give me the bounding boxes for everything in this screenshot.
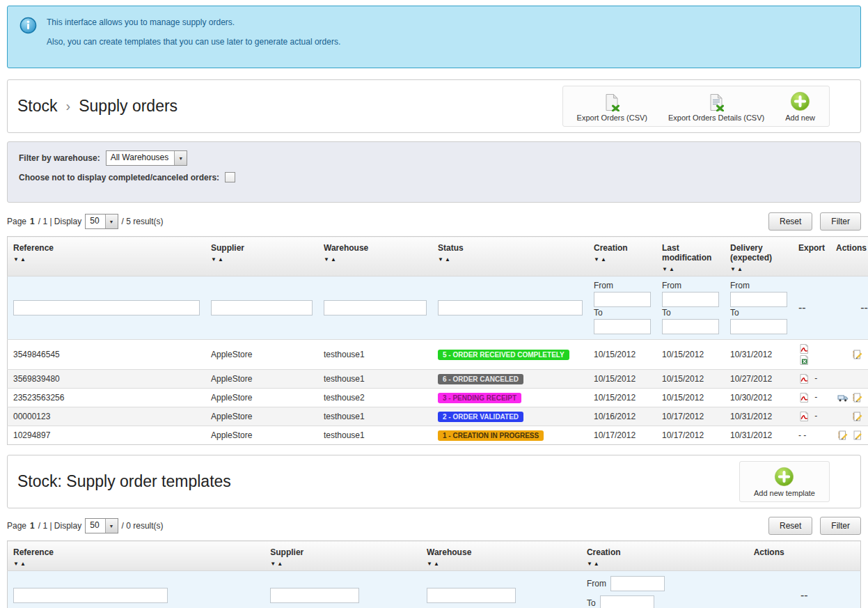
change-state-icon[interactable]	[852, 411, 863, 422]
breadcrumb: Stock › Supply orders	[17, 97, 177, 116]
export-csv-icon	[603, 93, 621, 111]
hide-completed-checkbox[interactable]	[225, 172, 235, 182]
orders-filter-row: From To From To From To --	[8, 276, 868, 340]
templates-table: Reference ▼▲ Supplier ▼▲ Warehouse ▼▲ Cr…	[7, 540, 861, 608]
supply-orders-table: Reference ▼▲ Supplier ▼▲ Warehouse ▼▲ St…	[7, 236, 868, 445]
col-export: Export	[793, 237, 830, 276]
table-row: 10294897 AppleStore testhouse1 1 - CREAT…	[8, 426, 868, 445]
sort-reference[interactable]: ▼▲	[13, 256, 200, 263]
sort-delivery[interactable]: ▼▲	[730, 266, 787, 272]
orders-pagination: Page 1 / 1 | Display 50 ▼ / 5 result(s) …	[7, 212, 861, 231]
info-line-2: Also, you can create templates that you …	[47, 37, 849, 47]
sort-reference[interactable]: ▼▲	[13, 561, 259, 567]
edit-pencil-icon[interactable]	[852, 430, 863, 441]
reference-cell: 3549846545	[8, 340, 206, 370]
col-reference: Reference ▼▲	[8, 237, 206, 276]
export-orders-details-csv-label: Export Orders Details (CSV)	[668, 114, 764, 122]
change-state-icon[interactable]	[852, 349, 863, 360]
template-creation-to-input[interactable]	[600, 595, 654, 608]
reference-cell: 00000123	[8, 407, 206, 426]
status-filter-input[interactable]	[438, 300, 583, 315]
supplier-filter-input[interactable]	[211, 300, 313, 315]
page-of-display-label: / 1 | Display	[38, 217, 81, 226]
table-row: 3569839480 AppleStore testhouse1 6 - ORD…	[8, 370, 868, 389]
export-orders-details-csv-button[interactable]: Export Orders Details (CSV)	[668, 93, 764, 122]
template-creation-from-input[interactable]	[610, 576, 665, 591]
export-orders-csv-label: Export Orders (CSV)	[577, 114, 647, 122]
creation-from-input[interactable]	[594, 292, 651, 307]
col-last-modification: Last modification ▼▲	[656, 237, 725, 276]
lastmod-to-input[interactable]	[662, 319, 719, 334]
lastmod-from-input[interactable]	[662, 292, 719, 307]
sort-warehouse[interactable]: ▼▲	[427, 561, 576, 567]
templates-toolbar: Add new template	[739, 461, 830, 502]
col-warehouse: Warehouse ▼▲	[421, 541, 581, 571]
col-warehouse: Warehouse ▼▲	[318, 237, 432, 276]
export-orders-csv-button[interactable]: Export Orders (CSV)	[577, 93, 647, 122]
export-pdf-icon[interactable]	[798, 411, 810, 422]
warehouse-filter-input[interactable]	[324, 300, 427, 315]
breadcrumb-stock[interactable]: Stock	[17, 97, 58, 116]
add-plus-icon	[774, 467, 794, 487]
templates-reset-button[interactable]: Reset	[768, 517, 812, 535]
reference-cell: 23523563256	[8, 389, 206, 407]
per-page-select[interactable]: 50 ▼	[85, 214, 118, 229]
page-title: Supply orders	[79, 97, 177, 116]
info-box: This interface allows you to manage supp…	[7, 6, 861, 68]
add-new-button[interactable]: Add new	[785, 91, 815, 122]
filter-button[interactable]: Filter	[820, 212, 861, 231]
supply-orders-page: This interface allows you to manage supp…	[0, 0, 868, 608]
filter-by-warehouse-label: Filter by warehouse:	[19, 153, 100, 163]
sort-last-modification[interactable]: ▼▲	[662, 266, 719, 272]
col-delivery: Delivery (expected) ▼▲	[725, 237, 793, 276]
export-details-csv-icon	[707, 93, 725, 111]
chevron-down-icon[interactable]: ▼	[105, 519, 118, 533]
warehouse-filter-panel: Filter by warehouse: All Warehouses ▼ Ch…	[7, 141, 861, 203]
info-line-1: This interface allows you to manage supp…	[47, 17, 849, 27]
reference-cell: 10294897	[8, 426, 206, 445]
hide-completed-label: Choose not to display completed/canceled…	[19, 173, 219, 182]
status-badge: 6 - ORDER CANCELED	[438, 374, 523, 384]
delivery-from-input[interactable]	[730, 292, 787, 307]
delivery-to-input[interactable]	[730, 319, 787, 334]
change-state-icon[interactable]	[852, 392, 863, 403]
chevron-down-icon[interactable]: ▼	[174, 151, 187, 165]
templates-header: Stock: Supply order templates Add new te…	[7, 455, 861, 508]
col-actions: Actions	[830, 237, 868, 276]
creation-to-input[interactable]	[594, 319, 651, 334]
templates-filter-button[interactable]: Filter	[820, 517, 861, 535]
sort-creation[interactable]: ▼▲	[587, 561, 743, 567]
template-warehouse-filter-input[interactable]	[427, 588, 516, 603]
col-creation: Creation ▼▲	[588, 237, 656, 276]
col-actions: Actions	[748, 541, 861, 571]
supply-orders-header: Stock › Supply orders Export Orders (CSV…	[7, 79, 861, 133]
sort-creation[interactable]: ▼▲	[594, 256, 651, 263]
results-count-label: / 5 result(s)	[122, 217, 164, 226]
col-reference: Reference ▼▲	[8, 541, 265, 571]
status-badge: 3 - PENDING RECEIPT	[438, 393, 521, 403]
change-state-icon[interactable]	[837, 430, 849, 441]
sort-status[interactable]: ▼▲	[438, 256, 583, 263]
receive-truck-icon[interactable]	[837, 392, 849, 403]
export-pdf-icon[interactable]	[798, 343, 810, 354]
templates-per-page-select[interactable]: 50 ▼	[85, 518, 118, 533]
chevron-down-icon[interactable]: ▼	[105, 215, 118, 228]
col-supplier: Supplier ▼▲	[205, 237, 318, 276]
export-pdf-icon[interactable]	[798, 392, 810, 403]
table-row: 00000123 AppleStore testhouse1 2 - ORDER…	[8, 407, 868, 426]
sort-supplier[interactable]: ▼▲	[211, 256, 313, 263]
reset-button[interactable]: Reset	[768, 212, 812, 231]
template-supplier-filter-input[interactable]	[270, 588, 359, 603]
export-excel-icon[interactable]	[798, 354, 810, 366]
sort-warehouse[interactable]: ▼▲	[324, 256, 427, 263]
reference-filter-input[interactable]	[13, 300, 200, 315]
sort-supplier[interactable]: ▼▲	[270, 561, 416, 567]
templates-title: Stock: Supply order templates	[17, 472, 231, 491]
warehouse-select[interactable]: All Warehouses ▼	[106, 150, 188, 166]
col-supplier: Supplier ▼▲	[265, 541, 421, 571]
add-new-template-button[interactable]: Add new template	[754, 467, 815, 497]
export-pdf-icon[interactable]	[798, 373, 810, 384]
col-creation: Creation ▼▲	[581, 541, 748, 571]
page-of-display-label: / 1 | Display	[38, 521, 81, 531]
template-reference-filter-input[interactable]	[13, 588, 168, 603]
